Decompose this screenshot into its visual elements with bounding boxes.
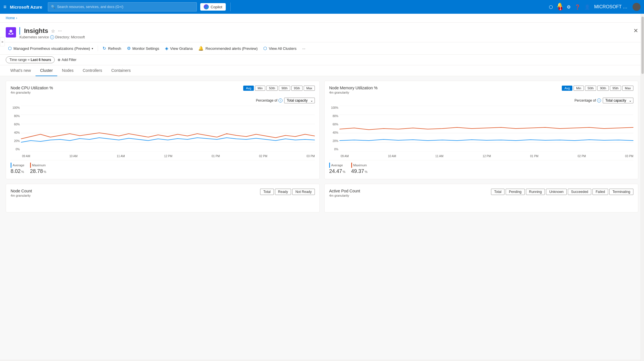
- node-ready-btn[interactable]: Ready: [275, 189, 291, 195]
- filter-bar: Time range = Last 6 hours ⊕ Add Filter: [0, 55, 644, 65]
- cpu-legend: Average 8.02 % Maximum 28.78: [11, 160, 315, 174]
- prometheus-icon: ⬡: [8, 46, 12, 51]
- memory-min-btn[interactable]: Min: [574, 86, 584, 91]
- copilot-label: Copilot: [211, 5, 222, 9]
- add-filter-label: Add Filter: [62, 58, 76, 62]
- cpu-y-labels: 100%80%60%40%20%0%: [11, 106, 21, 151]
- settings-icon[interactable]: ⚙: [567, 4, 571, 10]
- toolbar-separator-1: [98, 46, 98, 51]
- pod-total-btn[interactable]: Total: [491, 189, 504, 195]
- help-icon[interactable]: ❓: [575, 4, 580, 10]
- cpu-line-chart: [21, 106, 315, 151]
- cpu-max-unit: %: [44, 170, 46, 173]
- pod-succeeded-btn[interactable]: Succeeded: [568, 189, 591, 195]
- clusters-icon: ⬡: [263, 46, 267, 51]
- refresh-button[interactable]: ↻ Refresh: [100, 45, 123, 52]
- view-all-clusters-button[interactable]: ⬡ View All Clusters: [261, 45, 299, 52]
- svg-point-1: [8, 33, 10, 35]
- cpu-avg-label: Average: [13, 163, 24, 167]
- cpu-chart-title: Node CPU Utilization %: [11, 86, 53, 90]
- cpu-90th-btn[interactable]: 90th: [279, 86, 290, 91]
- more-options-button[interactable]: ···: [58, 28, 62, 33]
- memory-chart-area: 100%80%60%40%20%0%: [329, 106, 633, 152]
- cpu-50th-btn[interactable]: 50th: [266, 86, 278, 91]
- cpu-max-btn[interactable]: Max: [304, 86, 315, 91]
- directory-label: Directory: Microsoft: [55, 35, 85, 39]
- tab-whats-new[interactable]: What's new: [6, 65, 36, 76]
- tab-containers[interactable]: Containers: [107, 65, 135, 76]
- close-button[interactable]: ✕: [633, 27, 638, 34]
- tab-controllers[interactable]: Controllers: [78, 65, 107, 76]
- topbar-icons: ⬡ 🔔 1 ⚙ ❓ 👤 MICROSOFT (MICROSOFT.ONMI...: [549, 2, 641, 12]
- managed-prometheus-button[interactable]: ⬡ Managed Prometheus visualizations (Pre…: [6, 45, 95, 52]
- node-not-ready-btn[interactable]: Not Ready: [292, 189, 315, 195]
- node-count-title: Node Count: [11, 189, 32, 193]
- svg-point-2: [12, 33, 13, 35]
- time-range-text: Time range = Last 6 hours: [9, 58, 51, 62]
- memory-chart-card: Node Memory Utilization % 4m granularity…: [324, 81, 638, 179]
- user-info[interactable]: MICROSOFT (MICROSOFT.ONMI...: [594, 4, 629, 9]
- pod-failed-btn[interactable]: Failed: [592, 189, 608, 195]
- cpu-max-label: Maximum: [32, 163, 46, 167]
- memory-avg-legend-bar: [329, 163, 330, 168]
- right-scrollbar[interactable]: [641, 14, 644, 360]
- search-bar[interactable]: 🔍 Search resources, services, and docs (…: [48, 2, 197, 11]
- memory-percentage-label: Percentage of i: [574, 98, 601, 102]
- cpu-avg-unit: %: [21, 170, 24, 173]
- collapse-icon: »: [1, 40, 3, 44]
- left-collapse-button[interactable]: »: [0, 37, 5, 46]
- pod-running-btn[interactable]: Running: [526, 189, 545, 195]
- memory-90th-btn[interactable]: 90th: [597, 86, 608, 91]
- top-charts-row: Node CPU Utilization % 4m granularity Av…: [6, 81, 638, 179]
- pod-terminating-btn[interactable]: Terminating: [609, 189, 633, 195]
- refresh-label: Refresh: [108, 46, 121, 51]
- avatar[interactable]: [633, 3, 641, 11]
- cpu-max-legend-bar: [30, 163, 31, 168]
- favorite-button[interactable]: ☆: [51, 28, 55, 34]
- cpu-max-legend: Maximum 28.78 %: [30, 163, 46, 174]
- page-header: Insights ☆ ··· Kubernetes service i Dire…: [0, 23, 644, 42]
- breadcrumb-separator: ›: [16, 16, 17, 20]
- add-filter-icon: ⊕: [58, 58, 60, 62]
- recommended-alerts-label: Recommended alerts (Preview): [205, 46, 258, 51]
- time-range-button[interactable]: Time range = Last 6 hours: [6, 56, 55, 63]
- monitor-settings-button[interactable]: ⚙ Monitor Settings: [125, 45, 162, 52]
- page-icon: [6, 27, 16, 38]
- cpu-min-btn[interactable]: Min: [255, 86, 265, 91]
- node-count-subtitle: 4m granularity: [11, 194, 32, 197]
- memory-max-btn[interactable]: Max: [622, 86, 633, 91]
- cpu-max-value: 28.78: [30, 168, 43, 174]
- cpu-95th-btn[interactable]: 95th: [291, 86, 303, 91]
- memory-max-legend: Maximum 49.37 %: [351, 163, 368, 174]
- feedback-icon[interactable]: 👤: [584, 4, 590, 10]
- toolbar-more-button[interactable]: ···: [300, 45, 308, 52]
- cpu-avg-btn[interactable]: Avg: [243, 86, 254, 91]
- copilot-button[interactable]: Copilot: [200, 3, 225, 11]
- node-count-card: Node Count 4m granularity Total Ready No…: [6, 184, 320, 212]
- memory-capacity-select[interactable]: Total capacity Request Limit: [603, 98, 633, 103]
- cloud-shell-icon[interactable]: ⬡: [549, 4, 553, 10]
- node-total-btn[interactable]: Total: [260, 189, 274, 195]
- refresh-icon: ↻: [103, 46, 106, 51]
- memory-avg-btn[interactable]: Avg: [562, 86, 572, 91]
- menu-icon[interactable]: ≡: [3, 4, 7, 10]
- memory-95th-btn[interactable]: 95th: [610, 86, 621, 91]
- page-title: Insights: [24, 27, 48, 35]
- memory-avg-legend: Average 24.47 %: [329, 163, 345, 174]
- memory-50th-btn[interactable]: 50th: [585, 86, 596, 91]
- add-filter-button[interactable]: ⊕ Add Filter: [58, 58, 76, 62]
- svg-point-0: [9, 30, 12, 33]
- recommended-alerts-button[interactable]: 🔔 Recommended alerts (Preview): [196, 45, 260, 52]
- cpu-capacity-select[interactable]: Total capacity Request Limit: [284, 98, 315, 103]
- dropdown-arrow-icon: ▾: [92, 47, 93, 50]
- pod-pending-btn[interactable]: Pending: [506, 189, 525, 195]
- memory-avg-value: 24.47: [329, 168, 342, 174]
- view-grafana-button[interactable]: ◈ View Grafana: [163, 45, 195, 52]
- memory-capacity-select-wrapper: Total capacity Request Limit: [603, 98, 633, 103]
- notifications-icon[interactable]: 🔔 1: [557, 2, 563, 12]
- tab-cluster[interactable]: Cluster: [36, 65, 57, 76]
- tab-nodes[interactable]: Nodes: [57, 65, 78, 76]
- pod-unknown-btn[interactable]: Unknown: [546, 189, 567, 195]
- memory-max-label: Maximum: [353, 163, 367, 167]
- breadcrumb-home[interactable]: Home: [6, 16, 15, 20]
